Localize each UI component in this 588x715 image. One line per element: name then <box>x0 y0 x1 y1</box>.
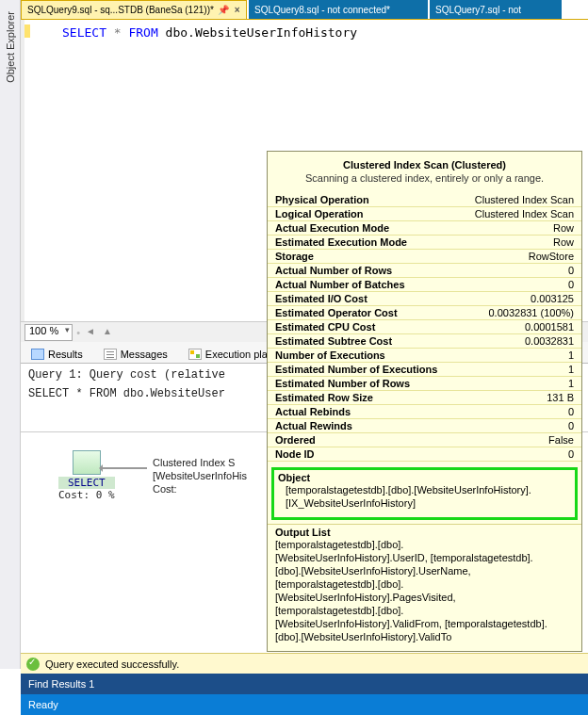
object-explorer-sidebar[interactable]: Object Explorer <box>0 0 21 669</box>
query-status-bar: Query executed successfully. <box>21 653 588 674</box>
nav-left-icon[interactable]: ◄ <box>84 326 97 339</box>
tab-results[interactable]: Results <box>24 346 90 363</box>
code-line-1: SELECT * FROM dbo.WebsiteUserInfoHistory <box>62 25 357 40</box>
tooltip-property-row: Estimated Subtree Cost0.0032831 <box>268 334 581 349</box>
tooltip-property-row: Estimated Operator Cost0.0032831 (100%) <box>268 306 581 320</box>
tooltip-property-row: Estimated Execution ModeRow <box>268 236 581 250</box>
tooltip-property-row: Number of Executions1 <box>268 349 581 363</box>
status-text: Query executed successfully. <box>45 658 179 670</box>
separator: • <box>76 327 80 338</box>
tooltip-property-row: Estimated Number of Executions1 <box>268 363 581 377</box>
zoom-combo[interactable]: 100 % <box>24 324 73 341</box>
plan-node-select[interactable]: SELECT Cost: 0 % <box>58 450 115 501</box>
tab-messages[interactable]: Messages <box>97 346 174 363</box>
ready-status-bar: Ready <box>21 694 588 715</box>
tooltip-property-row: Logical OperationClustered Index Scan <box>268 207 581 221</box>
messages-icon <box>104 349 117 360</box>
operator-tooltip: Clustered Index Scan (Clustered) Scannin… <box>267 151 582 652</box>
tooltip-property-row: Actual Number of Rows0 <box>268 264 581 278</box>
tooltip-property-row: Actual Number of Batches0 <box>268 278 581 292</box>
tooltip-property-row: Physical OperationClustered Index Scan <box>268 193 581 207</box>
tooltip-object-box: Object [temporalstagetestdb].[dbo].[Webs… <box>271 467 578 520</box>
modified-line-marker <box>24 24 30 38</box>
plan-arrow <box>100 467 147 469</box>
tooltip-output-list: [temporalstagetestdb].[dbo].[WebsiteUser… <box>268 538 581 647</box>
grid-icon <box>31 349 44 360</box>
tooltip-property-row: OrderedFalse <box>268 433 581 447</box>
tooltip-property-row: Actual Execution ModeRow <box>268 221 581 236</box>
tooltip-property-row: Node ID0 <box>268 447 581 462</box>
pin-icon[interactable]: 📌 <box>218 5 229 15</box>
tooltip-subtitle: Scanning a clustered index, entirely or … <box>268 172 581 193</box>
tooltip-property-row: Estimated CPU Cost0.0001581 <box>268 320 581 334</box>
nav-up-icon[interactable]: ▲ <box>101 326 114 339</box>
tooltip-property-row: Estimated Row Size131 B <box>268 391 581 405</box>
find-results-bar[interactable]: Find Results 1 <box>21 674 588 694</box>
execution-plan-icon <box>188 349 202 360</box>
editor-gutter <box>24 20 47 321</box>
tooltip-property-row: Estimated Number of Rows1 <box>268 377 581 391</box>
tooltip-output-header: Output List <box>268 524 581 538</box>
tab-sqlquery8[interactable]: SQLQuery8.sql - not connected* <box>249 0 428 19</box>
tooltip-property-row: Actual Rebinds0 <box>268 405 581 419</box>
tooltip-property-row: StorageRowStore <box>268 250 581 264</box>
tooltip-property-row: Estimated I/O Cost0.003125 <box>268 292 581 306</box>
tab-sqlquery7[interactable]: SQLQuery7.sql - not <box>430 0 562 19</box>
success-icon <box>26 658 40 671</box>
close-icon[interactable]: × <box>235 5 240 15</box>
plan-node-clustered-index-scan[interactable]: Clustered Index S [WebsiteUserInfoHis Co… <box>153 456 247 496</box>
tooltip-title: Clustered Index Scan (Clustered) <box>268 152 581 172</box>
document-tab-bar: SQLQuery9.sql - sq...STDB (BaneSa (121))… <box>21 0 588 20</box>
tab-sqlquery9[interactable]: SQLQuery9.sql - sq...STDB (BaneSa (121))… <box>21 0 247 19</box>
tooltip-property-row: Actual Rewinds0 <box>268 419 581 433</box>
tab-execution-plan[interactable]: Execution plan <box>182 346 280 363</box>
object-explorer-label: Object Explorer <box>5 6 16 89</box>
